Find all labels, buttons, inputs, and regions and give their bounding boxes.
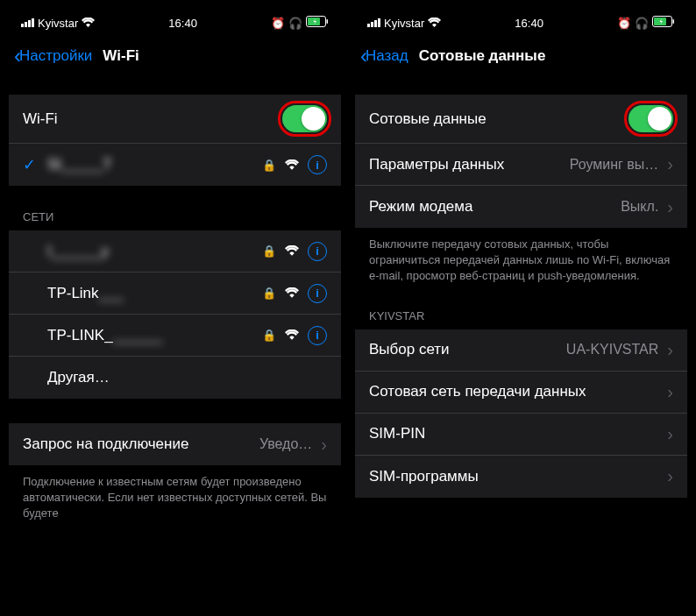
- info-icon[interactable]: i: [308, 284, 327, 303]
- battery-icon: [306, 16, 329, 30]
- chevron-right-icon: ›: [667, 424, 673, 444]
- carrier-label: Kyivstar: [384, 17, 424, 30]
- hotspot-label: Режим модема: [369, 198, 472, 216]
- footer-text: Подключение к известным сетям будет прои…: [9, 465, 341, 522]
- hotspot-row[interactable]: Режим модема Выкл. ›: [355, 186, 687, 228]
- status-bar: Kyivstar 16:40 ⏰ 🎧: [9, 9, 341, 37]
- alarm-icon: ⏰: [271, 17, 285, 30]
- data-options-row[interactable]: Параметры данных Роуминг вы… ›: [355, 144, 687, 186]
- networks-header: СЕТИ: [9, 210, 341, 230]
- cellular-label: Сотовые данные: [369, 110, 486, 128]
- cellular-toggle[interactable]: [629, 105, 673, 132]
- back-button[interactable]: ‹ Настройки: [14, 46, 92, 67]
- network-row[interactable]: TP-LinkTP-Link______ 🔒 i: [9, 273, 341, 315]
- carrier-section-header: KYIVSTAR: [355, 309, 687, 329]
- wifi-status-icon: [82, 17, 95, 30]
- wifi-toggle-row: Wi-Fi: [9, 95, 341, 144]
- back-button[interactable]: ‹ Назад: [360, 46, 408, 67]
- wifi-signal-icon: [285, 286, 299, 301]
- data-options-label: Параметры данных: [369, 156, 504, 173]
- network-row[interactable]: I______y 🔒 i: [9, 230, 341, 273]
- info-icon[interactable]: i: [308, 326, 327, 345]
- page-title: Wi-Fi: [103, 47, 138, 65]
- battery-icon: [652, 16, 675, 30]
- info-icon[interactable]: i: [308, 242, 327, 261]
- network-sel-label: Выбор сети: [369, 341, 450, 358]
- wifi-signal-icon: [285, 158, 299, 173]
- network-name: TP-LinkTP-Link______: [47, 285, 124, 302]
- connected-network-row[interactable]: ✓ SI_____T 🔒 i: [9, 144, 341, 186]
- wifi-label: Wi-Fi: [23, 110, 58, 128]
- nav-bar: ‹ Настройки Wi-Fi: [9, 37, 341, 79]
- other-label: Другая…: [47, 369, 110, 386]
- chevron-right-icon: ›: [667, 197, 673, 217]
- data-options-value: Роуминг вы…: [570, 157, 659, 173]
- cellular-net-label: Сотовая сеть передачи данных: [369, 383, 586, 400]
- status-bar: Kyivstar 16:40 ⏰ 🎧: [355, 9, 687, 37]
- phone-right: Kyivstar 16:40 ⏰ 🎧 ‹ Назад Сотовые данны…: [355, 9, 687, 607]
- wifi-signal-icon: [285, 244, 299, 258]
- network-name: TP-LINK_TP-LINK_____________: [47, 327, 162, 344]
- lock-icon: 🔒: [262, 329, 276, 342]
- lock-icon: 🔒: [262, 287, 276, 300]
- sim-pin-label: SIM-PIN: [369, 425, 425, 443]
- highlight-box: [624, 101, 678, 137]
- wifi-signal-icon: [285, 328, 299, 343]
- phone-left: Kyivstar 16:40 ⏰ 🎧 ‹ Настройки Wi-Fi Wi-…: [9, 9, 341, 607]
- hotspot-value: Выкл.: [621, 199, 658, 215]
- network-name: SI_____T: [47, 156, 112, 173]
- cellular-network-row[interactable]: Сотовая сеть передачи данных ›: [355, 372, 687, 414]
- checkmark-icon: ✓: [23, 155, 39, 174]
- network-sel-value: UA-KYIVSTAR: [566, 342, 659, 358]
- wifi-status-icon: [428, 17, 441, 30]
- clock-label: 16:40: [515, 17, 543, 30]
- lock-icon: 🔒: [262, 159, 276, 172]
- sim-pin-row[interactable]: SIM-PIN ›: [355, 414, 687, 456]
- chevron-right-icon: ›: [321, 435, 327, 455]
- network-row[interactable]: TP-LINK_TP-LINK_____________ 🔒 i: [9, 315, 341, 357]
- alarm-icon: ⏰: [617, 17, 631, 30]
- other-network-row[interactable]: Другая…: [9, 357, 341, 399]
- back-label: Настройки: [19, 47, 92, 65]
- chevron-right-icon: ›: [667, 466, 673, 486]
- chevron-right-icon: ›: [667, 154, 673, 174]
- sim-apps-label: SIM-программы: [369, 468, 479, 485]
- chevron-right-icon: ›: [667, 382, 673, 402]
- nav-bar: ‹ Назад Сотовые данные: [355, 37, 687, 79]
- headphones-icon: 🎧: [288, 17, 302, 30]
- chevron-right-icon: ›: [667, 340, 673, 360]
- sim-apps-row[interactable]: SIM-программы ›: [355, 456, 687, 498]
- cellular-signal-icon: [21, 18, 34, 27]
- cellular-signal-icon: [367, 18, 380, 27]
- wifi-toggle[interactable]: [282, 105, 327, 132]
- ask-to-join-row[interactable]: Запрос на подключение Уведо… ›: [9, 423, 341, 465]
- svg-rect-2: [327, 19, 329, 24]
- carrier-label: Kyivstar: [38, 17, 78, 30]
- highlight-box: [278, 101, 331, 137]
- page-title: Сотовые данные: [419, 47, 546, 65]
- info-icon[interactable]: i: [308, 155, 327, 174]
- network-name: I______y: [47, 243, 109, 260]
- headphones-icon: 🎧: [635, 17, 649, 30]
- back-label: Назад: [366, 47, 408, 65]
- ask-to-join-label: Запрос на подключение: [23, 435, 188, 453]
- network-selection-row[interactable]: Выбор сети UA-KYIVSTAR ›: [355, 329, 687, 372]
- svg-rect-5: [673, 19, 675, 24]
- cellular-toggle-row: Сотовые данные: [355, 95, 687, 144]
- lock-icon: 🔒: [262, 244, 276, 258]
- clock-label: 16:40: [168, 17, 197, 30]
- footer-text: Выключите передачу сотовых данных, чтобы…: [355, 228, 687, 285]
- ask-to-join-value: Уведо…: [259, 436, 312, 452]
